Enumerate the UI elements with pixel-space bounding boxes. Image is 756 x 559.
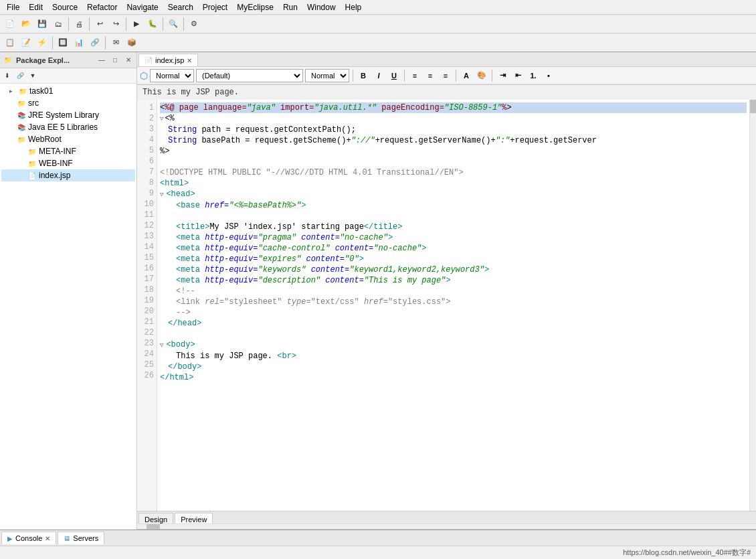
save-button[interactable]: 💾 xyxy=(35,17,50,31)
align-left-btn[interactable]: ≡ xyxy=(408,69,421,82)
menu-navigate[interactable]: Navigate xyxy=(122,1,162,13)
tb2-btn7[interactable]: ✉ xyxy=(108,35,123,50)
code-line-8: <html> xyxy=(160,178,747,189)
hscroll-track[interactable] xyxy=(137,524,756,529)
tree-item-indexjsp[interactable]: 📄 index.jsp xyxy=(1,169,135,181)
menu-edit[interactable]: Edit xyxy=(25,1,47,13)
align-center-btn[interactable]: ≡ xyxy=(423,69,437,82)
collapse-all-btn[interactable]: ⬇ xyxy=(1,70,13,82)
tb2-btn6[interactable]: 🔗 xyxy=(88,35,102,50)
code-line-20: --> xyxy=(160,307,747,318)
new-button[interactable]: 📄 xyxy=(3,17,17,31)
tab-servers[interactable]: 🖥 Servers xyxy=(58,532,104,544)
tb2-btn2[interactable]: 📝 xyxy=(19,35,33,50)
menu-source[interactable]: Source xyxy=(48,1,82,13)
tree-label-webinf: WEB-INF xyxy=(39,159,73,168)
menu-file[interactable]: File xyxy=(3,1,23,13)
menu-myeclipse[interactable]: MyEclipse xyxy=(233,1,278,13)
webinf-icon: 📁 xyxy=(27,158,37,169)
code-line-21: </head> xyxy=(160,318,747,329)
tree-label-javaee: Java EE 5 Libraries xyxy=(28,123,98,132)
tab-console[interactable]: ▶ Console ✕ xyxy=(1,532,56,544)
minimize-btn[interactable]: — xyxy=(96,55,107,66)
undo-button[interactable]: ↩ xyxy=(92,17,107,31)
bottom-panel: Design Preview xyxy=(137,511,756,530)
menu-window[interactable]: Window xyxy=(303,1,340,13)
link-editor-btn[interactable]: 🔗 xyxy=(14,70,26,82)
print-button[interactable]: 🖨 xyxy=(72,17,86,31)
package-explorer: 📁 Package Expl... — □ ✕ ⬇ 🔗 ▼ ▸ 📁 task01… xyxy=(0,52,137,530)
jsp-file-icon: 📄 xyxy=(27,170,37,181)
editor-content[interactable]: <%@ page language="java" import="java.ut… xyxy=(157,100,756,511)
sep3 xyxy=(126,17,126,31)
save-all-button[interactable]: 🗂 xyxy=(51,17,66,31)
tree-item-webroot[interactable]: 📁 WebRoot xyxy=(1,133,135,145)
code-line-14: <meta http-equiv="cache-control" content… xyxy=(160,243,747,254)
redo-button[interactable]: ↪ xyxy=(108,17,123,31)
tree-item-webinf[interactable]: 📁 WEB-INF xyxy=(1,157,135,169)
sep-design1 xyxy=(353,70,353,82)
underline-button[interactable]: U xyxy=(387,69,401,82)
bold-button[interactable]: B xyxy=(357,69,370,82)
panel-header: 📁 Package Expl... — □ ✕ xyxy=(0,52,136,68)
search-button[interactable]: 🔍 xyxy=(166,17,181,31)
collapse-2[interactable]: ▽ xyxy=(160,116,163,123)
tree-item-task01[interactable]: ▸ 📁 task01 xyxy=(1,85,135,97)
tb2-btn1[interactable]: 📋 xyxy=(3,35,17,50)
collapse-23[interactable]: ▽ xyxy=(160,342,163,349)
tb2-btn3[interactable]: ⚡ xyxy=(35,35,50,50)
statusbar: https://blog.csdn.net/weixin_40##数字# xyxy=(0,546,756,559)
console-close-icon[interactable]: ✕ xyxy=(45,535,50,542)
scrollbar-thumb[interactable] xyxy=(750,100,756,113)
menu-search[interactable]: Search xyxy=(164,1,197,13)
scrollbar-track[interactable] xyxy=(749,100,756,511)
italic-button[interactable]: I xyxy=(372,69,385,82)
code-line-1: <%@ page language="java" import="java.ut… xyxy=(160,102,747,113)
tb2-btn5[interactable]: 📊 xyxy=(72,35,86,50)
explorer-icon: 📁 xyxy=(3,55,13,66)
menu-refactor[interactable]: Refactor xyxy=(83,1,121,13)
tree-item-metainf[interactable]: 📁 META-INF xyxy=(1,145,135,157)
bgcolor-btn[interactable]: 🎨 xyxy=(475,69,488,82)
tab-close-icon[interactable]: ✕ xyxy=(187,57,192,64)
tab-indexjsp[interactable]: 📄 index.jsp ✕ xyxy=(138,54,198,66)
style2-select[interactable]: Normal xyxy=(305,69,349,82)
maximize-btn[interactable]: □ xyxy=(110,55,120,66)
list-ol-btn[interactable]: 1. xyxy=(527,69,540,82)
sep-design2 xyxy=(404,70,405,82)
font-select[interactable]: (Default) xyxy=(196,69,303,82)
debug-button[interactable]: 🐛 xyxy=(145,17,160,31)
servers-tab-label: Servers xyxy=(73,534,98,542)
sep6 xyxy=(52,36,53,50)
style1-select[interactable]: Normal xyxy=(150,69,194,82)
jre-icon: 📚 xyxy=(16,110,27,121)
properties-button[interactable]: ⚙ xyxy=(187,17,201,31)
tree-item-src[interactable]: 📁 src xyxy=(1,97,135,109)
menu-project[interactable]: Project xyxy=(199,1,231,13)
color-btn[interactable]: A xyxy=(460,69,473,82)
view-menu-btn[interactable]: ▼ xyxy=(27,70,39,82)
outdent-btn[interactable]: ⇤ xyxy=(511,69,525,82)
tb2-btn4[interactable]: 🔲 xyxy=(56,35,70,50)
close-btn[interactable]: ✕ xyxy=(123,55,134,66)
tab-icon: 📄 xyxy=(145,57,153,64)
run-button[interactable]: ▶ xyxy=(129,17,144,31)
menu-run[interactable]: Run xyxy=(279,1,302,13)
menu-help[interactable]: Help xyxy=(341,1,366,13)
toolbar-row-1: 📄 📂 💾 🗂 🖨 ↩ ↪ ▶ 🐛 🔍 ⚙ xyxy=(0,15,756,33)
tree-label-metainf: META-INF xyxy=(39,147,76,156)
collapse-9[interactable]: ▽ xyxy=(160,191,163,198)
servers-icon: 🖥 xyxy=(64,535,70,542)
indent-btn[interactable]: ⇥ xyxy=(496,69,509,82)
code-line-26: </html> xyxy=(160,372,747,383)
code-line-15: <meta http-equiv="expires" content="0"> xyxy=(160,254,747,264)
hscroll-thumb[interactable] xyxy=(147,524,160,530)
tree-item-jre[interactable]: 📚 JRE System Library xyxy=(1,109,135,121)
align-right-btn[interactable]: ≡ xyxy=(439,69,452,82)
console-tab-label: Console xyxy=(15,534,42,542)
tree-item-javaee[interactable]: 📚 Java EE 5 Libraries xyxy=(1,121,135,133)
tb2-btn8[interactable]: 📦 xyxy=(124,35,139,50)
list-ul-btn[interactable]: • xyxy=(542,69,555,82)
open-button[interactable]: 📂 xyxy=(19,17,33,31)
code-line-6 xyxy=(160,157,747,167)
